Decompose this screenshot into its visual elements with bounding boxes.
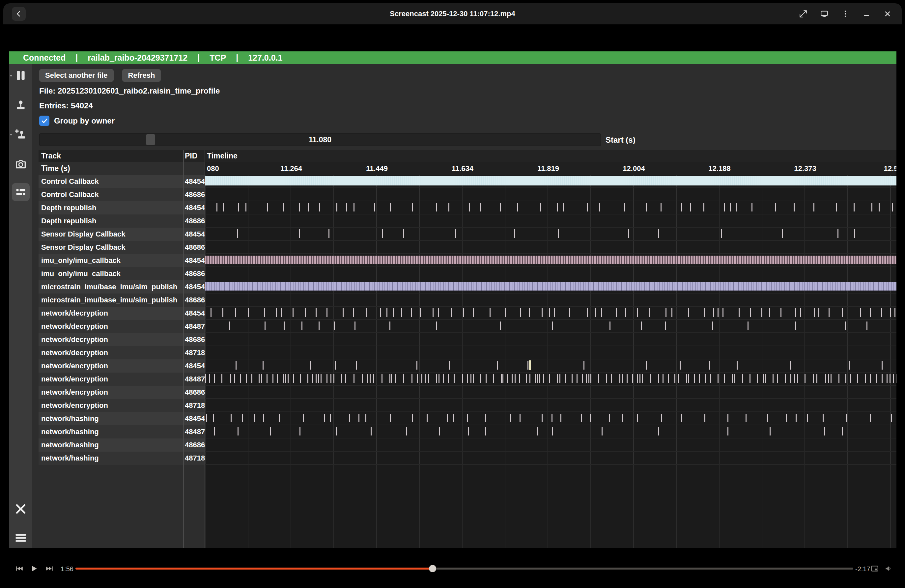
activity-tick xyxy=(512,374,513,383)
activity-tick xyxy=(734,374,735,383)
track-row[interactable]: Depth republish48686 xyxy=(38,214,896,228)
timeline-cell[interactable] xyxy=(205,267,896,281)
timeline-cell[interactable] xyxy=(205,188,896,201)
track-row[interactable]: Sensor Display Callback48454 xyxy=(38,228,896,241)
pip-button[interactable] xyxy=(870,564,880,573)
timeline-cell[interactable] xyxy=(205,254,896,267)
pid-cell: 48686 xyxy=(184,333,205,346)
timeline-cell[interactable] xyxy=(205,346,896,360)
track-row[interactable]: network/decryption48487 xyxy=(38,320,896,333)
activity-tick xyxy=(558,229,559,238)
timeline-cell[interactable] xyxy=(205,175,896,188)
timeline-cell[interactable] xyxy=(205,360,896,372)
track-row[interactable]: network/encryption48454 xyxy=(38,360,896,372)
track-row[interactable]: Control Callback48454 xyxy=(38,175,896,188)
activity-tick xyxy=(709,361,710,369)
select-file-button[interactable]: Select another file xyxy=(39,69,114,82)
track-row[interactable]: network/encryption48686 xyxy=(38,386,896,399)
activity-tick xyxy=(500,203,501,211)
activity-tick xyxy=(367,374,368,383)
activity-tick xyxy=(818,308,819,317)
activity-tick xyxy=(346,203,347,211)
group-by-owner-checkbox[interactable] xyxy=(39,116,49,126)
track-row[interactable]: network/decryption48686 xyxy=(38,333,896,346)
activity-tick xyxy=(662,374,664,383)
activity-tick xyxy=(300,427,300,436)
track-row[interactable]: Depth republish48454 xyxy=(38,201,896,214)
track-row[interactable]: imu_only/imu_callback48686 xyxy=(38,267,896,281)
protocol-label: TCP xyxy=(210,53,226,63)
skip-forward-button[interactable] xyxy=(45,564,55,573)
activity-tick xyxy=(374,203,375,211)
activity-tick xyxy=(870,414,871,422)
track-row[interactable]: network/hashing48487 xyxy=(38,425,896,439)
timeline-cell[interactable] xyxy=(205,201,896,214)
timeline-cell[interactable] xyxy=(205,307,896,320)
timeline-cell[interactable] xyxy=(205,241,896,254)
timeline-cell[interactable] xyxy=(205,386,896,399)
sidebar-item-add-joystick[interactable] xyxy=(14,127,28,142)
timeline-cell[interactable] xyxy=(205,281,896,293)
track-row[interactable]: network/decryption48718 xyxy=(38,346,896,360)
sidebar-item-camera[interactable] xyxy=(14,157,28,171)
sidebar-item-profiler[interactable] xyxy=(12,183,30,201)
seek-handle[interactable] xyxy=(429,565,436,572)
timeline-cell[interactable] xyxy=(205,372,896,386)
track-row[interactable]: network/encryption48487 xyxy=(38,372,896,386)
start-time-slider[interactable]: 11.080 xyxy=(39,133,601,146)
close-window-icon[interactable] xyxy=(882,8,893,19)
track-row[interactable]: Sensor Display Callback48686 xyxy=(38,241,896,254)
sidebar-item-columns[interactable] xyxy=(14,68,28,83)
track-row[interactable]: microstrain_imu/base_imu/sim_publish4845… xyxy=(38,281,896,293)
sidebar-menu-button[interactable] xyxy=(14,531,28,545)
track-row[interactable]: network/encryption48718 xyxy=(38,399,896,412)
display-icon[interactable] xyxy=(819,8,830,19)
skip-backward-button[interactable] xyxy=(14,564,24,573)
axis-tick-label: 11.264 xyxy=(280,162,302,175)
activity-tick xyxy=(587,308,588,317)
activity-tick xyxy=(354,374,354,383)
timeline-cell[interactable] xyxy=(205,452,896,465)
timeline-cell[interactable] xyxy=(205,293,896,307)
timeline-cell[interactable] xyxy=(205,228,896,241)
activity-tick xyxy=(316,374,317,383)
activity-tick xyxy=(526,374,527,383)
track-row[interactable]: network/hashing48454 xyxy=(38,412,896,425)
activity-tick xyxy=(537,374,538,383)
fullscreen-icon[interactable] xyxy=(798,8,809,19)
activity-tick xyxy=(549,374,550,383)
timeline-cell[interactable] xyxy=(205,425,896,439)
timeline-cell[interactable] xyxy=(205,214,896,228)
timeline-cell[interactable] xyxy=(205,333,896,346)
sidebar-item-joystick[interactable] xyxy=(14,98,28,113)
axis-tick-label: 080 xyxy=(207,162,219,175)
activity-tick xyxy=(300,374,301,383)
track-row[interactable]: network/decryption48454 xyxy=(38,307,896,320)
track-row[interactable]: network/hashing48718 xyxy=(38,452,896,465)
timeline-cell[interactable] xyxy=(205,439,896,452)
play-button[interactable] xyxy=(29,564,39,573)
columns-icon xyxy=(14,69,27,82)
timeline-cell[interactable] xyxy=(205,412,896,425)
refresh-button[interactable]: Refresh xyxy=(122,69,161,82)
activity-tick xyxy=(552,427,553,436)
track-name-cell: imu_only/imu_callback xyxy=(38,267,184,281)
activity-tick xyxy=(829,308,830,317)
track-row[interactable]: imu_only/imu_callback48454 xyxy=(38,254,896,267)
activity-tick xyxy=(658,427,659,436)
minimize-icon[interactable] xyxy=(861,8,872,19)
track-row[interactable]: Control Callback48686 xyxy=(38,188,896,201)
timeline-cell[interactable] xyxy=(205,320,896,333)
sidebar-close-button[interactable] xyxy=(14,502,28,516)
track-name-cell: network/decryption xyxy=(38,320,184,333)
skip-forward-icon xyxy=(46,564,54,573)
track-row[interactable]: microstrain_imu/base_imu/sim_publish4868… xyxy=(38,293,896,307)
menu-kebab-icon[interactable] xyxy=(840,8,851,19)
activity-tick xyxy=(616,308,617,317)
activity-tick xyxy=(668,374,669,383)
seek-bar[interactable] xyxy=(75,567,853,569)
track-row[interactable]: network/hashing48686 xyxy=(38,439,896,452)
activity-tick xyxy=(751,203,753,211)
volume-button[interactable] xyxy=(884,564,894,573)
timeline-cell[interactable] xyxy=(205,399,896,412)
